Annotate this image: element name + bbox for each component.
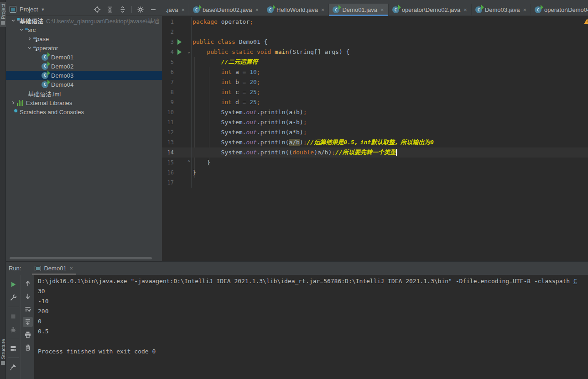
token-def [193,48,207,55]
chevron-down-icon[interactable] [26,46,33,50]
code-editor[interactable]: 1package operator;23public class Demo01 … [162,16,588,261]
close-icon[interactable]: × [380,6,385,13]
settings-gear-button[interactable] [136,5,145,14]
collapse-all-button[interactable] [119,5,127,14]
token-def: operator [221,18,250,25]
hide-panel-button[interactable] [149,5,157,14]
token-fld: out [246,119,256,126]
tree-row-Demo01[interactable]: CDemo01 [6,53,162,62]
stripe-button-project[interactable]: Project [0,2,6,27]
code-text: int d = 25; [192,97,260,107]
close-icon[interactable]: × [69,265,74,272]
code-line-17[interactable]: 17 [162,178,588,188]
close-icon[interactable]: × [463,6,468,13]
token-kw: ; [303,129,307,136]
line-number: 15 [162,158,174,168]
clear-all-button[interactable] [23,342,33,353]
expand-all-button[interactable] [106,5,114,14]
token-num: 20 [250,79,257,85]
tree-row-基础语法.iml[interactable]: 基础语法.iml [6,89,162,98]
rerun-button[interactable] [8,279,18,290]
chevron-down-icon[interactable]: ▼ [41,7,45,12]
code-text: package operator; [192,17,253,27]
edit-configuration-button[interactable] [8,293,18,303]
code-line-4[interactable]: 4⌄ public static void main(String[] args… [162,47,588,57]
project-stripe-icon [1,21,5,25]
tree-row-基础语法[interactable]: 基础语法C:\Users\v_qianrguan\Desktop\javase\… [6,16,162,25]
code-line-2[interactable]: 2 [162,27,588,37]
down-stacktrace-button[interactable] [23,291,33,301]
tree-row-src[interactable]: src [6,25,162,34]
code-line-9[interactable]: 9 int d = 25; [162,97,588,107]
tool-window-stripe: Project Structure [0,0,6,379]
code-line-5[interactable]: 5 //二元运算符 [162,57,588,67]
up-stacktrace-button[interactable] [23,279,33,289]
tree-row-base[interactable]: base [6,34,162,43]
code-line-8[interactable]: 8 int c = 25; [162,87,588,97]
line-number: 3 [162,37,174,47]
chevron-down-icon[interactable] [18,27,25,32]
editor-tab[interactable]: CHelloWorld.java× [263,4,329,16]
code-line-15[interactable]: 15⌃ } [162,158,588,168]
chevron-down-icon[interactable] [10,18,17,23]
locate-button[interactable] [93,5,101,14]
editor-tab[interactable]: CDemo01.java× [329,4,388,16]
code-line-12[interactable]: 12 System.out.println(a*b); [162,127,588,137]
pin-tab-button[interactable] [8,362,18,372]
fold-down-icon[interactable]: ⌄ [187,49,190,54]
console-text: Process finished with exit code 0 [38,348,156,355]
tree-row-operator[interactable]: operator [6,43,162,53]
run-line-icon[interactable] [177,49,182,55]
project-tree: 基础语法C:\Users\v_qianrguan\Desktop\javase\… [6,16,162,116]
code-text: int a = 10; [192,67,260,77]
scroll-to-end-button[interactable] [23,317,33,327]
tree-row-External Libraries[interactable]: External Libraries [6,98,162,107]
tree-row-Demo03[interactable]: CDemo03 [6,71,162,80]
close-icon[interactable]: × [181,6,185,13]
restore-layout-button[interactable] [8,343,18,353]
stripe-button-structure[interactable]: Structure [0,339,6,365]
token-def: d = [235,99,250,105]
editor-tab[interactable]: .java× [162,4,189,16]
run-tab-demo01[interactable]: Demo01 × [32,262,76,275]
tree-row-Demo04[interactable]: CDemo04 [6,80,162,89]
code-line-3[interactable]: 3public class Demo01 { [162,37,588,47]
soft-wrap-button[interactable] [23,304,33,314]
project-panel-hscrollbar[interactable] [10,257,152,259]
token-def: System. [193,129,246,136]
editor-tab[interactable]: Cbase\Demo02.java× [189,4,263,16]
project-panel-title[interactable]: Project [20,6,38,13]
editor-tab[interactable]: CDemo03.java× [472,4,531,16]
expand-all-icon [106,6,114,13]
tree-item-label: base [36,36,49,42]
code-text: System.out.println(a*b); [192,127,307,137]
token-num: 25 [250,99,257,105]
code-line-1[interactable]: 1package operator; [162,17,588,27]
gutter [174,178,192,188]
chevron-right-icon[interactable] [26,37,33,41]
close-icon[interactable]: × [321,6,325,13]
console-classpath-link[interactable]: C [573,278,577,284]
fold-up-icon[interactable]: ⌃ [187,159,190,165]
code-line-16[interactable]: 16} [162,168,588,178]
code-line-7[interactable]: 7 int b = 20; [162,77,588,87]
chevron-right-icon[interactable] [10,100,17,105]
print-button[interactable] [23,330,33,340]
editor-tab[interactable]: Coperator\Demo04.ja [531,4,588,16]
code-line-6[interactable]: 6 int a = 10; [162,67,588,77]
token-fld: out [246,109,256,116]
code-line-10[interactable]: 10 System.out.println(a+b); [162,107,588,117]
code-line-13[interactable]: 13 System.out.println(a/b);//运算结果是0.5，in… [162,137,588,147]
run-line-icon[interactable] [177,39,182,45]
close-icon[interactable]: × [523,6,527,13]
code-line-14[interactable]: 14 System.out.println((double)a/b);//所以要… [162,147,588,158]
console-output[interactable]: D:\jdk16.0.1\bin\java.exe "-javaagent:D:… [34,275,588,379]
gutter [174,97,192,107]
code-text: System.out.println(a/b);//运算结果是0.5，int默认… [192,137,434,147]
close-icon[interactable]: × [255,6,259,13]
editor-tab[interactable]: Coperator\Demo02.java× [389,4,472,16]
tree-row-Demo02[interactable]: CDemo02 [6,62,162,71]
code-line-11[interactable]: 11 System.out.println(a-b); [162,117,588,127]
inspection-warning-icon[interactable] [584,18,588,24]
tree-row-Scratches and Consoles[interactable]: Scratches and Consoles [6,107,162,116]
